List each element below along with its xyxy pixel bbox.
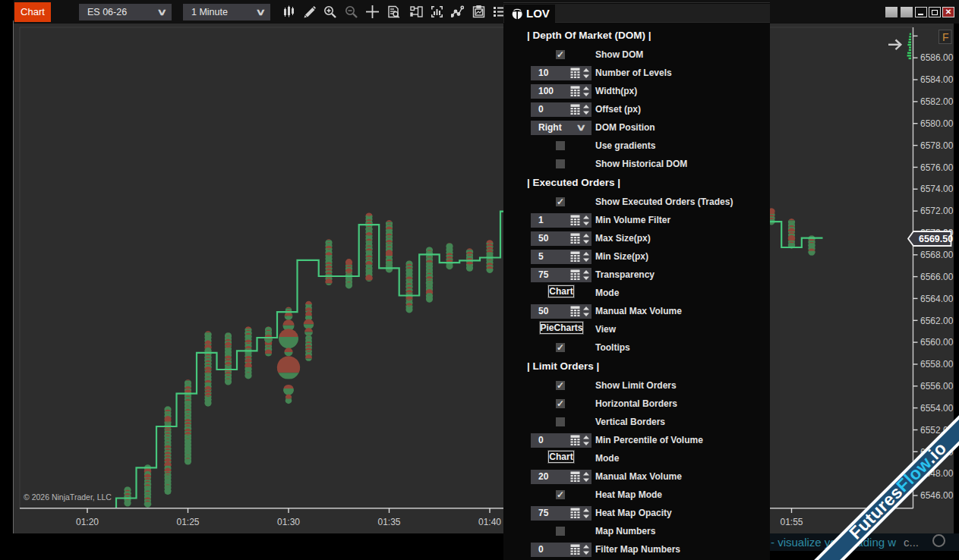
svg-text:6550.00: 6550.00 xyxy=(920,447,954,458)
svg-text:6546.00: 6546.00 xyxy=(920,490,954,501)
svg-text:01:20: 01:20 xyxy=(76,517,99,527)
svg-text:F: F xyxy=(942,31,949,43)
svg-text:6574.00: 6574.00 xyxy=(920,184,954,194)
svg-text:6576.00: 6576.00 xyxy=(920,162,954,173)
svg-text:01:55: 01:55 xyxy=(780,517,803,527)
svg-text:6552.00: 6552.00 xyxy=(920,425,954,436)
svg-text:6562.00: 6562.00 xyxy=(920,316,954,326)
svg-text:6556.00: 6556.00 xyxy=(920,381,954,392)
svg-text:6548.00: 6548.00 xyxy=(920,468,954,479)
svg-text:6558.00: 6558.00 xyxy=(920,359,954,370)
svg-text:6578.00: 6578.00 xyxy=(920,140,954,151)
svg-text:6586.00: 6586.00 xyxy=(920,52,954,63)
svg-text:6584.00: 6584.00 xyxy=(920,74,954,85)
svg-text:6572.00: 6572.00 xyxy=(920,206,954,216)
svg-text:01:30: 01:30 xyxy=(277,517,300,527)
svg-text:6564.00: 6564.00 xyxy=(920,294,954,304)
svg-text:6569.50: 6569.50 xyxy=(919,234,953,244)
svg-text:6560.00: 6560.00 xyxy=(920,337,954,348)
svg-text:6554.00: 6554.00 xyxy=(920,403,954,414)
svg-text:6580.00: 6580.00 xyxy=(920,118,954,129)
svg-text:6582.00: 6582.00 xyxy=(920,96,954,107)
svg-text:01:25: 01:25 xyxy=(176,517,199,527)
svg-text:© 2026 NinjaTrader, LLC: © 2026 NinjaTrader, LLC xyxy=(24,492,112,502)
svg-text:6566.00: 6566.00 xyxy=(920,272,954,282)
svg-text:01:40: 01:40 xyxy=(478,517,501,527)
svg-text:01:35: 01:35 xyxy=(377,517,400,527)
svg-text:6568.00: 6568.00 xyxy=(920,250,954,260)
